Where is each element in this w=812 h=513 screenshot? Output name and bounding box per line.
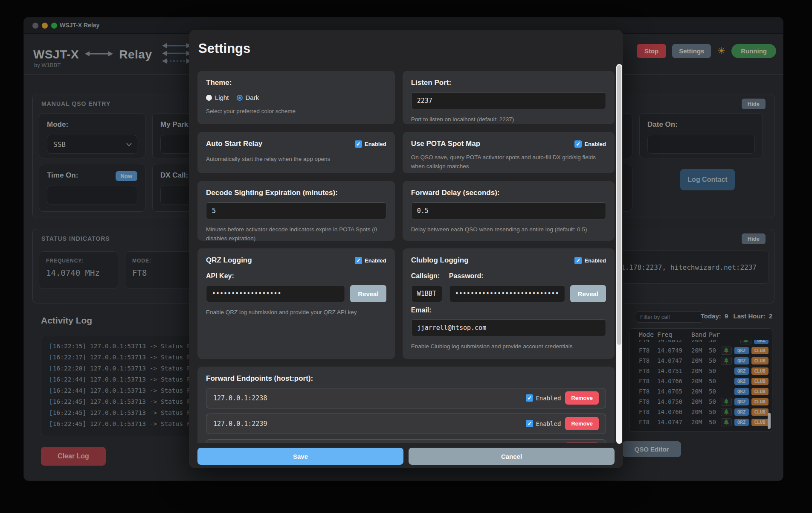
- forward-delay-input[interactable]: 0.5: [411, 202, 606, 219]
- theme-label: Theme:: [206, 79, 386, 87]
- pota-map-card: Use POTA Spot Map ✓ Enabled On QSO save,…: [403, 132, 615, 173]
- password-label: Password:: [449, 272, 606, 280]
- api-key-input[interactable]: ••••••••••••••••••: [206, 285, 345, 302]
- qrz-hint: Enable QRZ log submission and provide yo…: [206, 308, 386, 317]
- modal-footer: Save Cancel: [189, 444, 623, 468]
- forward-endpoints-card: Forward Endpoints (host:port): 127.0.0.1…: [197, 367, 615, 443]
- theme-dark-label: Dark: [246, 94, 259, 101]
- modal-scrollbar-thumb[interactable]: [617, 65, 621, 345]
- listen-port-hint: Port to listen on localhost (default: 22…: [411, 115, 606, 124]
- decode-expiration-card: Decode Sighting Expiration (minutes): 5 …: [197, 181, 395, 241]
- endpoint-controls: ✓EnabledRemove: [526, 391, 599, 405]
- qrz-logging-label: QRZ Logging: [206, 256, 252, 265]
- theme-card: Theme: Light Dark Select your preferred …: [197, 71, 395, 124]
- email-input[interactable]: jjarrell@htsop.com: [411, 319, 606, 336]
- api-key-label: API Key:: [206, 272, 386, 280]
- endpoint-address[interactable]: 127.0.0.1:2239: [213, 420, 267, 428]
- auto-start-hint: Automatically start the relay when the a…: [206, 155, 386, 164]
- settings-modal: Settings Theme: Light Dark: [189, 30, 623, 468]
- clublog-enabled-checkbox[interactable]: ✓ Enabled: [574, 257, 606, 264]
- endpoint-controls: ✓EnabledRemove: [526, 443, 599, 443]
- decode-expiration-value: 5: [212, 207, 216, 215]
- forward-delay-label: Forward Delay (seconds):: [411, 189, 606, 197]
- api-key-masked-value: ••••••••••••••••••: [212, 290, 281, 297]
- theme-light-label: Light: [215, 94, 229, 101]
- pota-map-hint: On QSO save, query POTA activator spots …: [411, 153, 606, 171]
- forward-endpoint-row: 127.0.0.1:2240✓EnabledRemove: [206, 439, 606, 443]
- clublog-hint: Enable Clublog log submission and provid…: [411, 342, 606, 351]
- checkbox-checked-icon: ✓: [355, 257, 362, 264]
- settings-modal-title: Settings: [198, 41, 250, 56]
- checkbox-checked-icon: ✓: [526, 420, 533, 427]
- pota-map-label: Use POTA Spot Map: [411, 140, 480, 148]
- theme-hint: Select your preferred color scheme: [206, 107, 386, 116]
- clublog-reveal-button[interactable]: Reveal: [570, 285, 606, 302]
- checkbox-checked-icon: ✓: [355, 140, 362, 148]
- checkbox-checked-icon: ✓: [526, 394, 533, 402]
- checkbox-checked-icon: ✓: [574, 140, 582, 148]
- clublog-enabled-label: Enabled: [584, 257, 606, 264]
- endpoint-remove-button[interactable]: Remove: [565, 417, 599, 430]
- endpoint-remove-button[interactable]: Remove: [565, 391, 599, 405]
- callsign-value: W1BBT: [417, 290, 436, 297]
- forward-endpoints-list: 127.0.0.1:2238✓EnabledRemove127.0.0.1:22…: [206, 388, 606, 443]
- modal-scrollbar-track[interactable]: [616, 64, 622, 444]
- auto-start-label: Auto Start Relay: [206, 140, 262, 148]
- clublog-logging-label: Clublog Logging: [411, 256, 469, 265]
- endpoint-address[interactable]: 127.0.0.1:2238: [213, 394, 267, 402]
- forward-endpoint-row: 127.0.0.1:2238✓EnabledRemove: [206, 388, 606, 408]
- theme-dark-radio[interactable]: Dark: [237, 94, 259, 101]
- qrz-enabled-label: Enabled: [365, 257, 386, 264]
- desktop-background: WSJT-X Relay WSJT-X Relay: [0, 0, 812, 513]
- listen-port-value: 2237: [417, 97, 432, 105]
- endpoint-controls: ✓EnabledRemove: [526, 417, 599, 430]
- pota-map-enabled-checkbox[interactable]: ✓ Enabled: [574, 140, 606, 148]
- listen-port-card: Listen Port: 2237 Port to listen on loca…: [403, 71, 615, 124]
- listen-port-label: Listen Port:: [411, 79, 606, 87]
- forward-delay-value: 0.5: [417, 207, 429, 215]
- qrz-enabled-checkbox[interactable]: ✓ Enabled: [355, 257, 386, 264]
- password-masked-value: •••••••••••••••••••••••••••: [455, 290, 559, 297]
- callsign-label: Callsign:: [411, 272, 442, 280]
- radio-unselected-icon: [206, 95, 212, 101]
- auto-start-enabled-label: Enabled: [365, 141, 386, 147]
- auto-start-enabled-checkbox[interactable]: ✓ Enabled: [355, 140, 386, 148]
- decode-expiration-hint: Minutes before activator decode indicato…: [206, 225, 386, 243]
- checkbox-checked-icon: ✓: [574, 257, 582, 264]
- clublog-logging-card: Clublog Logging ✓ Enabled Callsign: W1BB…: [403, 248, 615, 359]
- forward-delay-hint: Delay between each QSO when resending an…: [411, 225, 606, 234]
- forward-endpoints-title: Forward Endpoints (host:port):: [206, 374, 606, 383]
- qrz-reveal-button[interactable]: Reveal: [350, 285, 386, 302]
- pota-map-enabled-label: Enabled: [584, 141, 606, 147]
- callsign-input[interactable]: W1BBT: [411, 285, 442, 302]
- endpoint-remove-button[interactable]: Remove: [565, 443, 599, 443]
- radio-selected-icon: [237, 95, 243, 101]
- listen-port-input[interactable]: 2237: [411, 92, 606, 109]
- settings-modal-body: Theme: Light Dark Select your preferred …: [197, 71, 615, 443]
- save-button[interactable]: Save: [197, 448, 403, 465]
- endpoint-enabled-label: Enabled: [536, 395, 561, 402]
- email-label: Email:: [411, 306, 606, 314]
- qrz-logging-card: QRZ Logging ✓ Enabled API Key: •••••••••…: [197, 248, 395, 359]
- endpoint-enabled-checkbox[interactable]: ✓Enabled: [526, 420, 561, 427]
- forward-delay-card: Forward Delay (seconds): 0.5 Delay betwe…: [403, 181, 615, 241]
- decode-expiration-input[interactable]: 5: [206, 202, 386, 219]
- password-input[interactable]: •••••••••••••••••••••••••••: [449, 285, 565, 302]
- cancel-button[interactable]: Cancel: [409, 448, 615, 465]
- email-value: jjarrell@htsop.com: [417, 324, 487, 332]
- endpoint-enabled-label: Enabled: [536, 420, 561, 427]
- theme-light-radio[interactable]: Light: [206, 94, 229, 101]
- auto-start-card: Auto Start Relay ✓ Enabled Automatically…: [197, 132, 395, 173]
- endpoint-enabled-checkbox[interactable]: ✓Enabled: [526, 394, 561, 402]
- forward-endpoint-row: 127.0.0.1:2239✓EnabledRemove: [206, 414, 606, 434]
- decode-expiration-label: Decode Sighting Expiration (minutes):: [206, 189, 386, 197]
